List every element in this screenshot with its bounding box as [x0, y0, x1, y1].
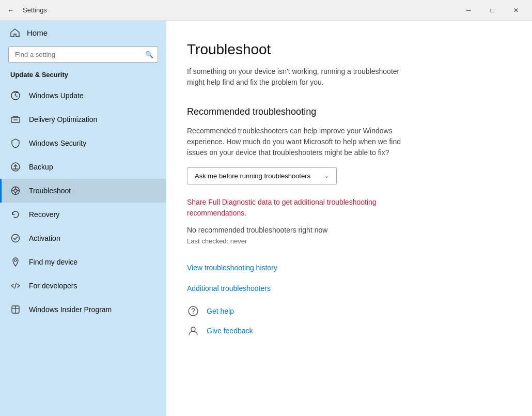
- view-history-link[interactable]: View troubleshooting history: [187, 264, 506, 272]
- search-icon: 🔍: [145, 51, 153, 58]
- give-feedback-item[interactable]: Give feedback: [187, 325, 506, 337]
- minimize-button[interactable]: ─: [457, 2, 480, 19]
- svg-point-5: [14, 189, 17, 192]
- troubleshoot-dropdown[interactable]: Ask me before running troubleshooters ⌄: [187, 167, 337, 184]
- troubleshoot-icon: [10, 186, 21, 196]
- sidebar-item-backup[interactable]: Backup: [0, 155, 166, 179]
- diagnostic-link[interactable]: Share Full Diagnostic data to get additi…: [187, 197, 409, 219]
- sidebar-item-windows-insider[interactable]: Windows Insider Program: [0, 298, 166, 321]
- for-developers-label: For developers: [29, 282, 77, 290]
- title-bar: ← Settings ─ □ ✕: [0, 0, 532, 21]
- backup-icon: [10, 162, 21, 172]
- find-my-device-label: Find my device: [29, 258, 77, 266]
- main-layout: Home 🔍 Update & Security Windows Update: [0, 21, 532, 416]
- windows-update-icon: [10, 90, 21, 101]
- give-feedback-icon: [187, 325, 199, 337]
- delivery-optimization-icon: [10, 114, 21, 125]
- sidebar-item-for-developers[interactable]: For developers: [0, 274, 166, 298]
- close-button[interactable]: ✕: [504, 2, 528, 19]
- svg-point-18: [191, 327, 195, 331]
- recovery-icon: [10, 209, 21, 220]
- sidebar: Home 🔍 Update & Security Windows Update: [0, 21, 166, 416]
- app-title: Settings: [23, 6, 457, 14]
- sidebar-item-delivery-optimization[interactable]: Delivery Optimization: [0, 107, 166, 131]
- svg-line-12: [15, 283, 17, 288]
- sidebar-item-windows-security[interactable]: Windows Security: [0, 131, 166, 155]
- back-button[interactable]: ←: [4, 4, 18, 17]
- svg-point-17: [193, 313, 194, 314]
- sidebar-section-title: Update & Security: [0, 69, 166, 84]
- shield-icon: [10, 138, 21, 148]
- svg-point-10: [12, 235, 20, 242]
- get-help-link[interactable]: Get help: [207, 307, 234, 315]
- backup-label: Backup: [29, 163, 53, 171]
- recommended-section-title: Recommended troubleshooting: [187, 106, 506, 117]
- svg-point-11: [14, 259, 17, 261]
- search-box[interactable]: 🔍: [8, 47, 158, 63]
- sidebar-item-recovery[interactable]: Recovery: [0, 203, 166, 226]
- activation-icon: [10, 233, 21, 243]
- find-device-icon: [10, 257, 21, 267]
- windows-security-label: Windows Security: [29, 139, 86, 147]
- recommended-description: Recommended troubleshooters can help imp…: [187, 126, 409, 158]
- no-troubleshooters-text: No recommended troubleshooters right now: [187, 226, 506, 234]
- sidebar-item-find-my-device[interactable]: Find my device: [0, 250, 166, 274]
- search-input[interactable]: [13, 47, 145, 62]
- troubleshoot-label: Troubleshoot: [29, 187, 71, 195]
- chevron-down-icon: ⌄: [324, 173, 329, 179]
- give-feedback-link[interactable]: Give feedback: [207, 327, 253, 335]
- activation-label: Activation: [29, 234, 60, 242]
- recovery-label: Recovery: [29, 210, 59, 219]
- last-checked-text: Last checked: never: [187, 237, 506, 245]
- developers-icon: [10, 281, 21, 291]
- home-icon: [10, 28, 20, 37]
- windows-insider-label: Windows Insider Program: [29, 305, 112, 314]
- sidebar-item-windows-update[interactable]: Windows Update: [0, 84, 166, 107]
- window-controls: ─ □ ✕: [457, 2, 528, 19]
- home-label: Home: [27, 28, 48, 37]
- sidebar-item-troubleshoot[interactable]: Troubleshoot: [0, 179, 166, 203]
- insider-icon: [10, 304, 21, 315]
- delivery-optimization-label: Delivery Optimization: [29, 115, 97, 124]
- get-help-item[interactable]: Get help: [187, 305, 506, 317]
- windows-update-label: Windows Update: [29, 91, 84, 100]
- page-description: If something on your device isn't workin…: [187, 66, 409, 88]
- dropdown-value: Ask me before running troubleshooters: [195, 172, 310, 180]
- get-help-icon: [187, 305, 199, 317]
- maximize-button[interactable]: □: [480, 2, 504, 19]
- page-title: Troubleshoot: [187, 41, 506, 58]
- sidebar-item-activation[interactable]: Activation: [0, 226, 166, 250]
- sidebar-item-home[interactable]: Home: [0, 21, 166, 44]
- additional-troubleshooters-link[interactable]: Additional troubleshooters: [187, 284, 506, 292]
- content-area: Troubleshoot If something on your device…: [166, 21, 532, 416]
